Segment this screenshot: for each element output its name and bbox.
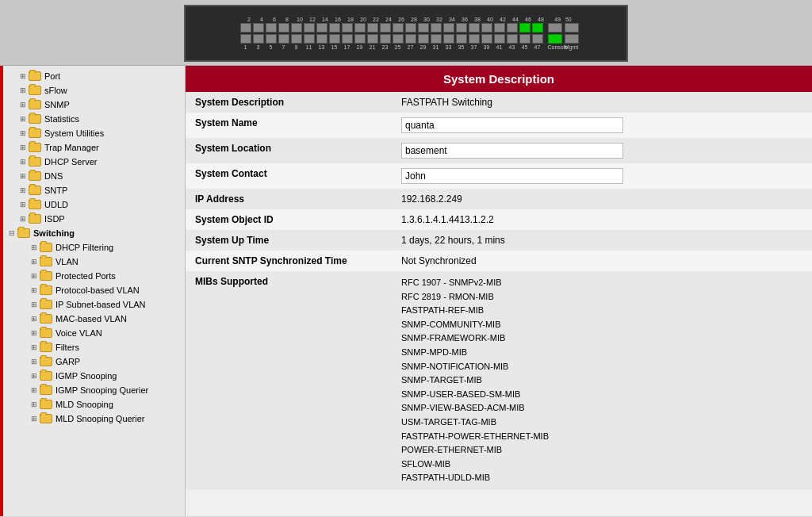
system-name-input[interactable] (401, 117, 623, 133)
sidebar-item-label-mld-snooping: MLD Snooping (56, 400, 113, 409)
port-15 (329, 34, 340, 44)
expand-icon-igmp-snooping: ⊞ (29, 370, 40, 381)
port-26 (393, 23, 404, 33)
folder-icon-voice-vlan (40, 328, 52, 338)
system-contact-input[interactable] (401, 168, 623, 184)
table-row-system-name: System Name (186, 113, 812, 138)
system-location-input[interactable] (401, 143, 623, 159)
sidebar-item-mld-querier[interactable]: ⊞ MLD Snooping Querier (3, 412, 185, 426)
table-row-system-object-id: System Object ID 1.3.6.1.4.1.4413.1.2.2 (186, 209, 812, 230)
folder-icon-statistics (29, 114, 41, 124)
mib-entry: SNMP-USER-BASED-SM-MIB (401, 388, 802, 402)
sidebar-item-label-vlan: VLAN (56, 257, 79, 266)
sidebar-item-protected-ports[interactable]: ⊞ Protected Ports (3, 269, 185, 283)
port-34 (443, 23, 454, 33)
row-label-ip-address: IP Address (186, 189, 392, 209)
port-40 (481, 23, 492, 33)
port-35 (456, 34, 467, 44)
sidebar-item-mld-snooping[interactable]: ⊞ MLD Snooping (3, 397, 185, 412)
sidebar-item-udld[interactable]: ⊞ UDLD (3, 197, 185, 212)
folder-icon-trap-manager (29, 143, 41, 152)
port-39 (481, 34, 492, 44)
sidebar-item-dhcp-filtering[interactable]: ⊞ DHCP Filtering (3, 240, 185, 255)
info-table: System Description FASTPATH Switching Sy… (186, 92, 812, 490)
expand-icon-sntp: ⊞ (17, 185, 29, 196)
expand-icon-sflow: ⊞ (17, 85, 29, 96)
sidebar-item-snmp[interactable]: ⊞ SNMP (3, 98, 185, 112)
port-12 (304, 23, 315, 33)
sidebar-item-label-protected-ports: Protected Ports (56, 271, 116, 281)
port-42 (494, 23, 505, 33)
table-row-system-contact: System Contact (186, 163, 812, 189)
row-value-system-object-id: 1.3.6.1.4.1.4413.1.2.2 (392, 209, 812, 230)
folder-icon-system-utilities (29, 128, 41, 138)
sidebar-item-label-sntp: SNTP (44, 186, 67, 195)
port-50-bottom (565, 34, 579, 44)
port-4 (253, 23, 264, 33)
sidebar-item-filters[interactable]: ⊞ Filters (3, 340, 185, 354)
row-value-system-location (392, 138, 812, 163)
mib-entry: POWER-ETHERNET-MIB (401, 443, 802, 458)
sidebar-item-label-mld-querier: MLD Snooping Querier (56, 414, 145, 423)
sidebar-item-protocol-vlan[interactable]: ⊞ Protocol-based VLAN (3, 283, 185, 297)
sidebar-item-label-dns: DNS (44, 171, 63, 181)
port-32 (431, 23, 442, 33)
sidebar-item-voice-vlan[interactable]: ⊞ Voice VLAN (3, 326, 185, 340)
sidebar-item-ip-subnet-vlan[interactable]: ⊞ IP Subnet-based VLAN (3, 297, 185, 312)
mib-entry: FASTPATH-UDLD-MIB (401, 471, 802, 485)
row-label-system-up-time: System Up Time (186, 230, 392, 251)
port-18 (342, 23, 353, 33)
sidebar-item-mac-vlan[interactable]: ⊞ MAC-based VLAN (3, 312, 185, 326)
port-5 (266, 34, 277, 44)
sidebar-item-isdp[interactable]: ⊞ ISDP (3, 212, 185, 226)
port-6 (266, 23, 277, 33)
sidebar-item-dhcp-server[interactable]: ⊞ DHCP Server (3, 155, 185, 169)
folder-icon-isdp (29, 214, 41, 224)
sidebar-item-label-garp: GARP (56, 357, 80, 366)
sidebar-item-switching[interactable]: ⊟ Switching (3, 226, 185, 240)
expand-icon-igmp-querier: ⊞ (29, 385, 40, 396)
folder-icon-switching (17, 228, 30, 238)
expand-icon-statistics: ⊞ (17, 113, 29, 124)
mib-entry: SNMP-VIEW-BASED-ACM-MIB (401, 401, 802, 416)
section-header: System Description (186, 66, 812, 92)
port-23 (380, 34, 391, 44)
port-44 (507, 23, 518, 33)
port-46 (519, 23, 530, 33)
sidebar-item-igmp-querier[interactable]: ⊞ IGMP Snooping Querier (3, 383, 185, 397)
sidebar-item-vlan[interactable]: ⊞ VLAN (3, 255, 185, 269)
table-row-sntp-time: Current SNTP Synchronized Time Not Synch… (186, 251, 812, 271)
sidebar-item-system-utilities[interactable]: ⊞ System Utilities (3, 126, 185, 140)
expand-icon-protocol-vlan: ⊞ (29, 285, 40, 296)
sidebar-item-igmp-snooping[interactable]: ⊞ IGMP Snooping (3, 369, 185, 383)
expand-icon-voice-vlan: ⊞ (29, 327, 40, 339)
folder-icon-mld-snooping (40, 400, 52, 409)
mib-entry: FASTPATH-REF-MIB (401, 304, 802, 318)
sidebar-item-statistics[interactable]: ⊞ Statistics (3, 112, 185, 126)
sidebar-item-label-igmp-snooping: IGMP Snooping (56, 371, 117, 381)
sidebar-item-sntp[interactable]: ⊞ SNTP (3, 183, 185, 197)
mib-entry: SNMP-FRAMEWORK-MIB (401, 331, 802, 346)
port-47 (532, 34, 543, 44)
sidebar-item-trap-manager[interactable]: ⊞ Trap Manager (3, 140, 185, 155)
expand-icon-dhcp-server: ⊞ (17, 156, 29, 167)
expand-icon-snmp: ⊞ (17, 99, 29, 110)
row-label-mibs-supported: MIBs Supported (186, 271, 392, 490)
port-27 (405, 34, 416, 44)
port-43 (507, 34, 518, 44)
sidebar-item-port[interactable]: ⊞ Port (3, 69, 185, 83)
port-45 (519, 34, 530, 44)
port-49-bottom (548, 34, 562, 44)
mib-entry: SNMP-TARGET-MIB (401, 373, 802, 388)
row-value-ip-address: 192.168.2.249 (392, 189, 812, 209)
expand-icon-trap-manager: ⊞ (17, 142, 29, 153)
port-14 (316, 23, 327, 33)
sidebar-item-dns[interactable]: ⊞ DNS (3, 169, 185, 183)
sidebar-item-label-filters: Filters (56, 343, 79, 352)
mib-entry: SNMP-NOTIFICATION-MIB (401, 360, 802, 374)
port-16 (329, 23, 340, 33)
sidebar-item-sflow[interactable]: ⊞ sFlow (3, 83, 185, 98)
sidebar-item-label-snmp: SNMP (44, 100, 70, 109)
expand-icon-protected-ports: ⊞ (29, 270, 40, 281)
sidebar-item-garp[interactable]: ⊞ GARP (3, 354, 185, 369)
